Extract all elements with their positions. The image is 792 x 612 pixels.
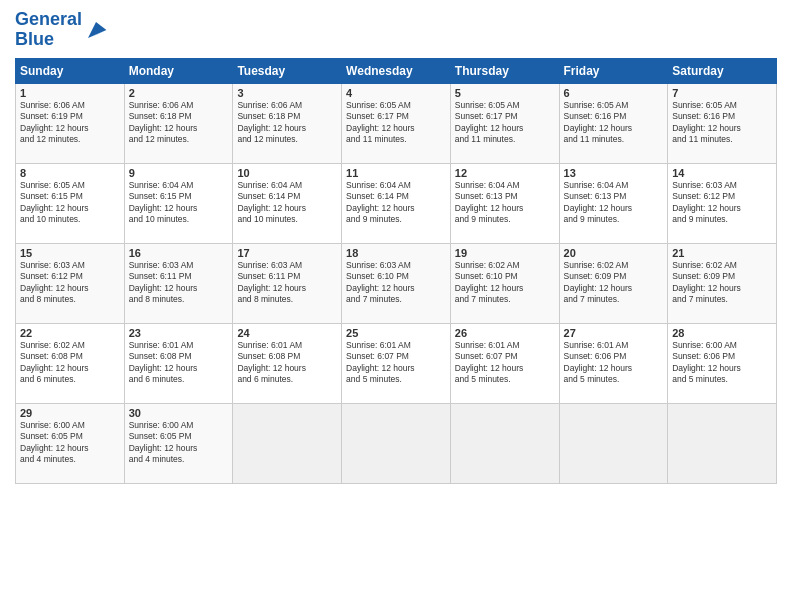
day-number: 17 — [237, 247, 337, 259]
day-info: Sunrise: 6:05 AM Sunset: 6:16 PM Dayligh… — [672, 100, 772, 146]
day-number: 11 — [346, 167, 446, 179]
calendar-day-cell: 11Sunrise: 6:04 AM Sunset: 6:14 PM Dayli… — [342, 163, 451, 243]
logo-text: General Blue — [15, 10, 82, 50]
calendar-day-cell: 2Sunrise: 6:06 AM Sunset: 6:18 PM Daylig… — [124, 83, 233, 163]
day-number: 30 — [129, 407, 229, 419]
calendar-table: SundayMondayTuesdayWednesdayThursdayFrid… — [15, 58, 777, 484]
calendar-day-cell: 29Sunrise: 6:00 AM Sunset: 6:05 PM Dayli… — [16, 403, 125, 483]
day-info: Sunrise: 6:04 AM Sunset: 6:13 PM Dayligh… — [564, 180, 664, 226]
calendar-day-cell: 17Sunrise: 6:03 AM Sunset: 6:11 PM Dayli… — [233, 243, 342, 323]
weekday-header-cell: Wednesday — [342, 58, 451, 83]
day-info: Sunrise: 6:02 AM Sunset: 6:08 PM Dayligh… — [20, 340, 120, 386]
day-info: Sunrise: 6:05 AM Sunset: 6:17 PM Dayligh… — [455, 100, 555, 146]
day-info: Sunrise: 6:06 AM Sunset: 6:19 PM Dayligh… — [20, 100, 120, 146]
calendar-day-cell — [342, 403, 451, 483]
day-info: Sunrise: 6:01 AM Sunset: 6:06 PM Dayligh… — [564, 340, 664, 386]
day-number: 20 — [564, 247, 664, 259]
day-info: Sunrise: 6:00 AM Sunset: 6:05 PM Dayligh… — [20, 420, 120, 466]
page: General Blue SundayMondayTuesdayWednesda… — [0, 0, 792, 612]
day-info: Sunrise: 6:05 AM Sunset: 6:15 PM Dayligh… — [20, 180, 120, 226]
day-info: Sunrise: 6:03 AM Sunset: 6:12 PM Dayligh… — [672, 180, 772, 226]
day-info: Sunrise: 6:02 AM Sunset: 6:09 PM Dayligh… — [564, 260, 664, 306]
calendar-day-cell: 15Sunrise: 6:03 AM Sunset: 6:12 PM Dayli… — [16, 243, 125, 323]
day-info: Sunrise: 6:01 AM Sunset: 6:07 PM Dayligh… — [346, 340, 446, 386]
calendar-day-cell: 4Sunrise: 6:05 AM Sunset: 6:17 PM Daylig… — [342, 83, 451, 163]
day-number: 4 — [346, 87, 446, 99]
day-info: Sunrise: 6:02 AM Sunset: 6:10 PM Dayligh… — [455, 260, 555, 306]
day-number: 21 — [672, 247, 772, 259]
calendar-day-cell: 30Sunrise: 6:00 AM Sunset: 6:05 PM Dayli… — [124, 403, 233, 483]
day-number: 3 — [237, 87, 337, 99]
weekday-header-cell: Sunday — [16, 58, 125, 83]
day-info: Sunrise: 6:06 AM Sunset: 6:18 PM Dayligh… — [129, 100, 229, 146]
calendar-day-cell: 19Sunrise: 6:02 AM Sunset: 6:10 PM Dayli… — [450, 243, 559, 323]
day-number: 13 — [564, 167, 664, 179]
calendar-body: 1Sunrise: 6:06 AM Sunset: 6:19 PM Daylig… — [16, 83, 777, 483]
calendar-day-cell: 20Sunrise: 6:02 AM Sunset: 6:09 PM Dayli… — [559, 243, 668, 323]
day-number: 18 — [346, 247, 446, 259]
day-number: 23 — [129, 327, 229, 339]
day-info: Sunrise: 6:05 AM Sunset: 6:16 PM Dayligh… — [564, 100, 664, 146]
day-number: 10 — [237, 167, 337, 179]
calendar-day-cell: 25Sunrise: 6:01 AM Sunset: 6:07 PM Dayli… — [342, 323, 451, 403]
day-number: 15 — [20, 247, 120, 259]
day-info: Sunrise: 6:04 AM Sunset: 6:14 PM Dayligh… — [346, 180, 446, 226]
calendar-day-cell: 3Sunrise: 6:06 AM Sunset: 6:18 PM Daylig… — [233, 83, 342, 163]
day-info: Sunrise: 6:00 AM Sunset: 6:06 PM Dayligh… — [672, 340, 772, 386]
day-number: 25 — [346, 327, 446, 339]
calendar-day-cell — [450, 403, 559, 483]
calendar-day-cell: 24Sunrise: 6:01 AM Sunset: 6:08 PM Dayli… — [233, 323, 342, 403]
day-number: 8 — [20, 167, 120, 179]
day-info: Sunrise: 6:06 AM Sunset: 6:18 PM Dayligh… — [237, 100, 337, 146]
weekday-header-cell: Tuesday — [233, 58, 342, 83]
day-number: 2 — [129, 87, 229, 99]
day-number: 5 — [455, 87, 555, 99]
day-number: 22 — [20, 327, 120, 339]
calendar-day-cell: 6Sunrise: 6:05 AM Sunset: 6:16 PM Daylig… — [559, 83, 668, 163]
day-info: Sunrise: 6:05 AM Sunset: 6:17 PM Dayligh… — [346, 100, 446, 146]
day-info: Sunrise: 6:03 AM Sunset: 6:12 PM Dayligh… — [20, 260, 120, 306]
calendar-day-cell: 7Sunrise: 6:05 AM Sunset: 6:16 PM Daylig… — [668, 83, 777, 163]
calendar-day-cell: 18Sunrise: 6:03 AM Sunset: 6:10 PM Dayli… — [342, 243, 451, 323]
weekday-header-cell: Friday — [559, 58, 668, 83]
day-number: 29 — [20, 407, 120, 419]
calendar-week-row: 15Sunrise: 6:03 AM Sunset: 6:12 PM Dayli… — [16, 243, 777, 323]
day-info: Sunrise: 6:04 AM Sunset: 6:13 PM Dayligh… — [455, 180, 555, 226]
day-info: Sunrise: 6:01 AM Sunset: 6:08 PM Dayligh… — [129, 340, 229, 386]
logo-blue: Blue — [15, 29, 54, 49]
calendar-day-cell: 13Sunrise: 6:04 AM Sunset: 6:13 PM Dayli… — [559, 163, 668, 243]
calendar-day-cell: 21Sunrise: 6:02 AM Sunset: 6:09 PM Dayli… — [668, 243, 777, 323]
calendar-week-row: 8Sunrise: 6:05 AM Sunset: 6:15 PM Daylig… — [16, 163, 777, 243]
calendar-week-row: 29Sunrise: 6:00 AM Sunset: 6:05 PM Dayli… — [16, 403, 777, 483]
day-info: Sunrise: 6:03 AM Sunset: 6:10 PM Dayligh… — [346, 260, 446, 306]
day-number: 12 — [455, 167, 555, 179]
calendar-day-cell: 5Sunrise: 6:05 AM Sunset: 6:17 PM Daylig… — [450, 83, 559, 163]
calendar-day-cell: 28Sunrise: 6:00 AM Sunset: 6:06 PM Dayli… — [668, 323, 777, 403]
weekday-header-cell: Saturday — [668, 58, 777, 83]
day-info: Sunrise: 6:03 AM Sunset: 6:11 PM Dayligh… — [129, 260, 229, 306]
calendar-day-cell: 22Sunrise: 6:02 AM Sunset: 6:08 PM Dayli… — [16, 323, 125, 403]
day-info: Sunrise: 6:04 AM Sunset: 6:15 PM Dayligh… — [129, 180, 229, 226]
day-number: 27 — [564, 327, 664, 339]
calendar-day-cell — [233, 403, 342, 483]
weekday-header-row: SundayMondayTuesdayWednesdayThursdayFrid… — [16, 58, 777, 83]
day-info: Sunrise: 6:01 AM Sunset: 6:08 PM Dayligh… — [237, 340, 337, 386]
logo: General Blue — [15, 10, 108, 50]
calendar-day-cell: 26Sunrise: 6:01 AM Sunset: 6:07 PM Dayli… — [450, 323, 559, 403]
day-number: 24 — [237, 327, 337, 339]
day-number: 6 — [564, 87, 664, 99]
calendar-day-cell — [559, 403, 668, 483]
svg-marker-0 — [88, 22, 106, 38]
day-number: 14 — [672, 167, 772, 179]
header: General Blue — [15, 10, 777, 50]
weekday-header-cell: Monday — [124, 58, 233, 83]
calendar-day-cell: 27Sunrise: 6:01 AM Sunset: 6:06 PM Dayli… — [559, 323, 668, 403]
logo-general: General — [15, 9, 82, 29]
day-number: 7 — [672, 87, 772, 99]
day-info: Sunrise: 6:03 AM Sunset: 6:11 PM Dayligh… — [237, 260, 337, 306]
day-number: 28 — [672, 327, 772, 339]
day-info: Sunrise: 6:04 AM Sunset: 6:14 PM Dayligh… — [237, 180, 337, 226]
logo-icon — [84, 18, 108, 42]
day-info: Sunrise: 6:00 AM Sunset: 6:05 PM Dayligh… — [129, 420, 229, 466]
day-number: 26 — [455, 327, 555, 339]
